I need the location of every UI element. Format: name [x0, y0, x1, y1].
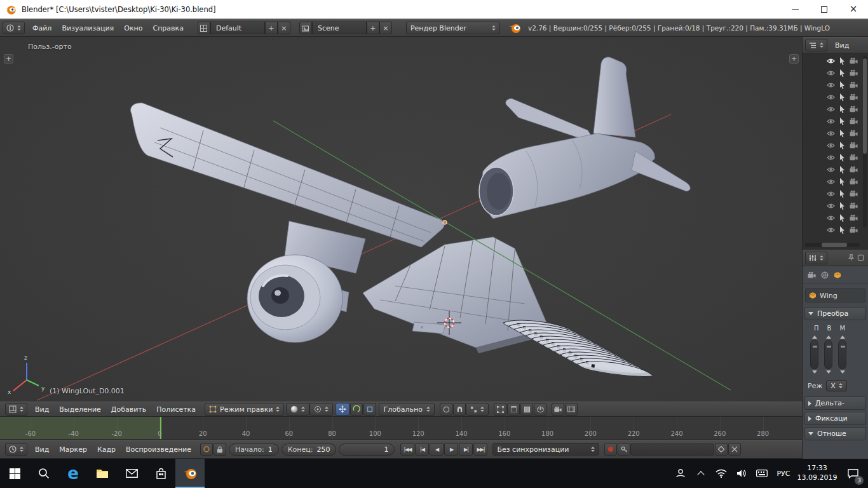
menu-select-3d[interactable]: Выделение	[54, 405, 106, 414]
render-opengl-button[interactable]	[552, 403, 564, 416]
menu-window[interactable]: Окно	[119, 24, 147, 32]
renderability-camera-icon[interactable]	[850, 130, 858, 137]
info-editor-type-button[interactable]	[3, 22, 25, 34]
left-wing-mesh[interactable]	[131, 103, 444, 247]
sidebar-expand-button[interactable]: +	[789, 54, 799, 64]
jump-to-start-button[interactable]: |◀◀	[400, 443, 414, 456]
menu-help[interactable]: Справка	[147, 24, 188, 32]
wing-ribs-mesh[interactable]	[503, 316, 654, 379]
snap-magnet-toggle[interactable]	[453, 403, 466, 416]
play-button[interactable]: ▶	[444, 443, 458, 456]
proportional-edit-dropdown[interactable]	[440, 403, 452, 416]
manipulator-translate-toggle[interactable]	[336, 403, 349, 416]
outliner-row[interactable]	[803, 224, 862, 236]
selectability-cursor-icon[interactable]	[839, 130, 845, 137]
taskbar-store-button[interactable]	[146, 459, 175, 488]
outliner-row[interactable]	[803, 151, 862, 163]
outliner-menu-view[interactable]: Вид	[830, 41, 854, 50]
lock-transform-panel-header[interactable]: Фиксаци	[804, 412, 866, 425]
search-button[interactable]	[29, 459, 58, 488]
menu-marker[interactable]: Маркер	[54, 445, 92, 454]
tray-action-center-button[interactable]: 3	[840, 459, 865, 488]
scene-browse-button[interactable]	[299, 22, 312, 34]
outliner-horizontal-scrollbar[interactable]	[805, 243, 860, 247]
close-button[interactable]: ×	[839, 0, 868, 18]
properties-editor-type-button[interactable]	[805, 252, 827, 264]
properties-context-icon[interactable]	[857, 254, 864, 261]
visibility-eye-icon[interactable]	[827, 166, 835, 173]
selectability-cursor-icon[interactable]	[839, 81, 845, 89]
relations-panel-header[interactable]: Отноше	[804, 427, 866, 440]
selectability-cursor-icon[interactable]	[839, 178, 845, 186]
outliner-editor-type-button[interactable]	[805, 39, 827, 51]
renderability-camera-icon[interactable]	[850, 81, 858, 88]
tray-volume-icon[interactable]	[732, 459, 751, 488]
outliner-row[interactable]	[803, 115, 862, 127]
tray-people-icon[interactable]	[671, 459, 690, 488]
visibility-eye-icon[interactable]	[827, 142, 835, 149]
selectability-cursor-icon[interactable]	[839, 226, 845, 234]
maximize-button[interactable]	[810, 0, 839, 18]
renderability-camera-icon[interactable]	[850, 202, 858, 209]
renderability-camera-icon[interactable]	[850, 93, 858, 100]
rotation-mode-dropdown[interactable]: X	[826, 380, 847, 391]
menu-frame[interactable]: Кадр	[92, 445, 121, 454]
outliner-row[interactable]	[803, 67, 862, 79]
screen-layout-add-button[interactable]: +	[265, 22, 278, 34]
outliner-row[interactable]	[803, 103, 862, 115]
end-frame-field[interactable]: Конец: 250	[281, 444, 337, 456]
vertex-select-button[interactable]	[494, 403, 506, 416]
taskbar-mail-button[interactable]	[117, 459, 146, 488]
scene-add-button[interactable]: +	[367, 22, 379, 34]
renderability-camera-icon[interactable]	[850, 118, 858, 125]
renderability-camera-icon[interactable]	[850, 214, 858, 221]
interaction-mode-dropdown[interactable]: Режим правки	[205, 403, 284, 416]
scene-name[interactable]: Scene	[312, 22, 367, 34]
edge-select-button[interactable]	[507, 403, 520, 416]
renderability-camera-icon[interactable]	[850, 178, 858, 185]
selectability-cursor-icon[interactable]	[839, 202, 845, 210]
autokey-record-button[interactable]	[200, 443, 213, 456]
delete-keyframe-button[interactable]	[728, 443, 741, 456]
screen-layout-delete-button[interactable]: ×	[278, 22, 290, 34]
jump-next-keyframe-button[interactable]: ▶|	[459, 443, 473, 456]
start-button[interactable]	[0, 459, 29, 488]
taskbar-blender-button[interactable]	[175, 459, 205, 488]
selectability-cursor-icon[interactable]	[839, 105, 845, 113]
jump-to-end-button[interactable]: ▶▶|	[473, 443, 487, 456]
tray-chevron-icon[interactable]	[691, 459, 710, 488]
viewport-editor-type-button[interactable]	[5, 403, 27, 416]
renderability-camera-icon[interactable]	[850, 226, 858, 233]
tray-clock[interactable]: 17:33 13.09.2019	[796, 464, 839, 483]
visibility-eye-icon[interactable]	[827, 70, 835, 76]
selectability-cursor-icon[interactable]	[839, 166, 845, 173]
start-frame-field[interactable]: Начало: 1	[229, 444, 279, 456]
selectability-cursor-icon[interactable]	[839, 57, 845, 65]
selectability-cursor-icon[interactable]	[839, 214, 845, 222]
outliner-row[interactable]	[803, 200, 862, 212]
tab-object-icon[interactable]	[834, 271, 841, 279]
selectability-cursor-icon[interactable]	[839, 142, 845, 149]
jump-prev-keyframe-button[interactable]: |◀	[415, 443, 429, 456]
selectability-cursor-icon[interactable]	[839, 118, 845, 125]
play-reverse-button[interactable]: ◀	[430, 443, 444, 456]
visibility-eye-icon[interactable]	[827, 227, 835, 233]
delta-transform-panel-header[interactable]: Дельта-	[804, 396, 866, 410]
outliner-vertical-scrollbar[interactable]	[863, 56, 867, 227]
timeline-editor-type-button[interactable]	[5, 443, 27, 456]
screen-layout-name[interactable]: Default	[210, 22, 265, 34]
outliner-row[interactable]	[803, 139, 862, 151]
visibility-eye-icon[interactable]	[827, 215, 835, 221]
tray-network-icon[interactable]	[712, 459, 731, 488]
visibility-eye-icon[interactable]	[827, 58, 835, 64]
selectability-cursor-icon[interactable]	[839, 154, 845, 161]
visibility-eye-icon[interactable]	[827, 94, 835, 100]
pivot-point-dropdown[interactable]	[309, 403, 333, 416]
transform-panel-header[interactable]: Преобра	[804, 307, 866, 320]
keyingset-lock-button[interactable]	[214, 443, 226, 456]
tray-language-button[interactable]: РУС	[773, 470, 794, 478]
manipulator-rotate-toggle[interactable]	[350, 403, 363, 416]
renderability-camera-icon[interactable]	[850, 154, 858, 161]
visibility-eye-icon[interactable]	[827, 106, 835, 112]
visibility-eye-icon[interactable]	[827, 118, 835, 125]
